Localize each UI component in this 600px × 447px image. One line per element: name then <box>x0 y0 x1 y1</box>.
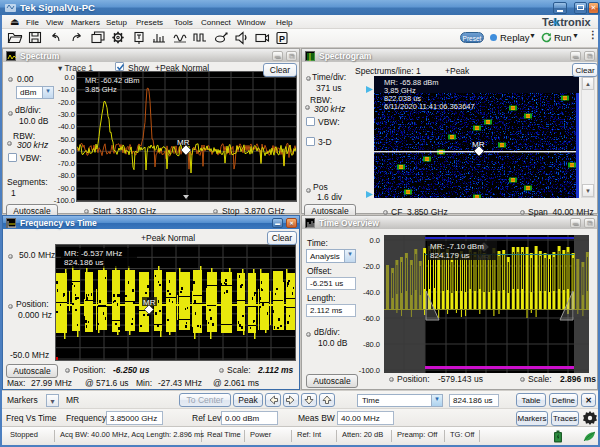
svg-text:MR: -7.10 dBm: MR: -7.10 dBm <box>430 242 484 251</box>
svg-text:824.179 us: 824.179 us <box>430 251 470 260</box>
svg-text:6/11/2020 11:41:06.363647: 6/11/2020 11:41:06.363647 <box>384 102 475 111</box>
svg-text:MR: MR <box>177 138 190 147</box>
svg-text:MR: -60.42 dBm: MR: -60.42 dBm <box>85 76 140 85</box>
svg-text:3.85 GHz: 3.85 GHz <box>85 85 117 94</box>
svg-text:824.186 us: 824.186 us <box>64 258 104 267</box>
svg-text:MR: -6.537 MHz: MR: -6.537 MHz <box>64 249 122 258</box>
svg-text:P: P <box>279 34 285 44</box>
